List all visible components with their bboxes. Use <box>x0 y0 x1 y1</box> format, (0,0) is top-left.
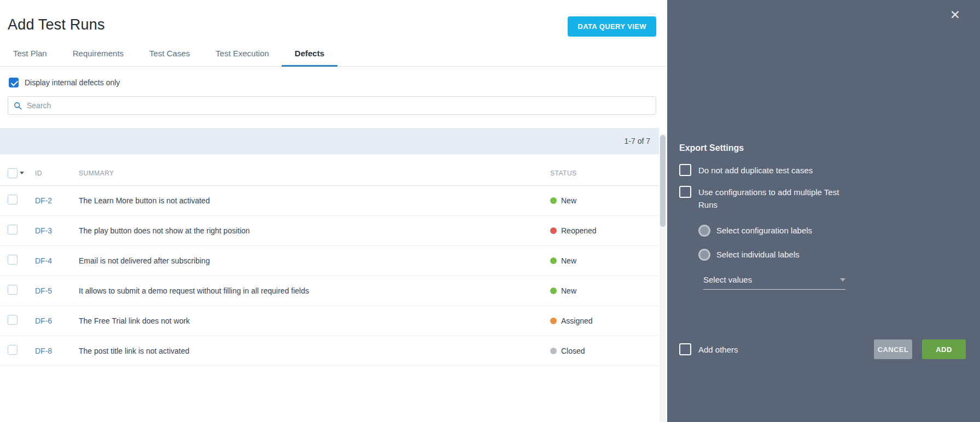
row-checkbox[interactable] <box>8 285 18 295</box>
select-all-dropdown-icon[interactable] <box>20 172 24 174</box>
row-checkbox[interactable] <box>8 345 18 355</box>
internal-defects-filter: Display internal defects only <box>9 78 667 87</box>
status-label: New <box>561 196 576 205</box>
select-values-label: Select values <box>703 275 752 284</box>
search-input[interactable] <box>27 101 650 110</box>
export-settings-title: Export Settings <box>679 143 967 153</box>
status-label: New <box>561 286 576 295</box>
status-label: New <box>561 256 576 265</box>
tab-bar: Test Plan Requirements Test Cases Test E… <box>0 49 667 67</box>
table-row[interactable]: DF-5 It allows to submit a demo request … <box>0 276 659 306</box>
status-label: Closed <box>561 347 585 355</box>
defect-summary: The post title link is not activated <box>79 347 550 355</box>
column-header-id: ID <box>35 169 79 177</box>
column-header-summary: SUMMARY <box>79 169 550 177</box>
defect-id-link[interactable]: DF-8 <box>35 347 52 355</box>
tab-test-plan[interactable]: Test Plan <box>13 49 47 66</box>
use-configurations-option: Use configurations to add multiple Test … <box>679 186 967 211</box>
individual-labels-option: Select individual labels <box>698 248 967 261</box>
close-icon[interactable]: ✕ <box>950 9 960 21</box>
row-checkbox[interactable] <box>8 315 18 325</box>
use-configurations-label: Use configurations to add multiple Test … <box>698 186 839 211</box>
select-values-dropdown[interactable]: Select values <box>703 275 845 290</box>
status-label: Assigned <box>561 317 593 325</box>
defect-status: New <box>550 286 651 295</box>
defect-status: Assigned <box>550 317 651 325</box>
scrollbar-thumb[interactable] <box>660 135 666 227</box>
add-others-checkbox[interactable] <box>679 343 691 355</box>
chevron-down-icon <box>840 278 845 282</box>
defect-summary: It allows to submit a demo request witho… <box>79 286 550 295</box>
row-checkbox[interactable] <box>8 225 18 235</box>
defect-id-link[interactable]: DF-4 <box>35 256 52 265</box>
status-dot <box>550 318 557 324</box>
defect-status: Closed <box>550 347 651 355</box>
defect-summary: The play button does not show at the rig… <box>79 226 550 235</box>
results-count-bar: 1-7 of 7 <box>0 128 659 154</box>
defect-id-link[interactable]: DF-6 <box>35 317 52 325</box>
export-settings-panel: ✕ Export Settings Do not add duplicate t… <box>667 0 980 422</box>
results-count: 1-7 of 7 <box>625 137 650 145</box>
individual-labels-label: Select individual labels <box>716 248 800 261</box>
select-all-checkbox[interactable] <box>8 168 18 178</box>
tab-test-execution[interactable]: Test Execution <box>215 49 269 66</box>
status-dot <box>550 227 557 234</box>
display-internal-defects-checkbox[interactable] <box>9 78 19 87</box>
data-query-view-button[interactable]: DATA QUERY VIEW <box>568 16 656 37</box>
add-button[interactable]: ADD <box>922 339 966 359</box>
table-row[interactable]: DF-4 Email is not delivered after subscr… <box>0 246 659 276</box>
defect-id-link[interactable]: DF-2 <box>35 196 52 205</box>
add-others-label: Add others <box>698 345 738 354</box>
no-duplicates-label: Do not add duplicate test cases <box>698 164 813 177</box>
table-row[interactable]: DF-8 The post title link is not activate… <box>0 336 659 366</box>
status-dot <box>550 197 557 204</box>
panel-footer: Add others CANCEL ADD <box>679 339 966 359</box>
configuration-labels-option: Select configuration labels <box>698 224 967 237</box>
defect-id-link[interactable]: DF-3 <box>35 226 52 235</box>
no-duplicates-option: Do not add duplicate test cases <box>679 164 967 177</box>
table-header-row: ID SUMMARY STATUS <box>0 161 659 186</box>
tab-test-cases[interactable]: Test Cases <box>149 49 190 66</box>
defect-id-link[interactable]: DF-5 <box>35 286 52 295</box>
row-checkbox[interactable] <box>8 255 18 265</box>
cancel-button[interactable]: CANCEL <box>874 339 912 359</box>
table-row[interactable]: DF-6 The Free Trial link does not work A… <box>0 306 659 336</box>
no-duplicates-checkbox[interactable] <box>679 164 691 176</box>
status-dot <box>550 288 557 294</box>
label-selection-radio-group: Select configuration labels Select indiv… <box>698 224 967 261</box>
main-content: Add Test Runs DATA QUERY VIEW Test Plan … <box>0 0 667 422</box>
row-checkbox[interactable] <box>8 195 18 204</box>
vertical-scrollbar[interactable] <box>660 134 666 422</box>
defect-status: New <box>550 256 651 265</box>
tab-requirements[interactable]: Requirements <box>73 49 124 66</box>
column-header-status: STATUS <box>550 169 651 177</box>
table-row[interactable]: DF-2 The Learn More button is not activa… <box>0 186 659 216</box>
individual-labels-radio[interactable] <box>698 249 710 261</box>
page-title: Add Test Runs <box>8 16 105 33</box>
defect-summary: The Free Trial link does not work <box>79 317 550 325</box>
status-dot <box>550 257 557 264</box>
defect-status: New <box>550 196 651 205</box>
defect-summary: Email is not delivered after subscribing <box>79 256 550 265</box>
tab-defects[interactable]: Defects <box>295 49 324 66</box>
use-configurations-checkbox[interactable] <box>679 186 691 198</box>
search-icon <box>14 102 22 110</box>
configuration-labels-radio[interactable] <box>698 225 710 237</box>
status-dot <box>550 348 557 354</box>
display-internal-defects-label: Display internal defects only <box>25 78 120 87</box>
defect-status: Reopened <box>550 226 651 235</box>
status-label: Reopened <box>561 226 597 235</box>
defect-summary: The Learn More button is not activated <box>79 196 550 205</box>
configuration-labels-label: Select configuration labels <box>716 224 812 237</box>
search-box <box>8 96 656 115</box>
table-row[interactable]: DF-3 The play button does not show at th… <box>0 216 659 246</box>
header: Add Test Runs DATA QUERY VIEW <box>0 0 667 37</box>
